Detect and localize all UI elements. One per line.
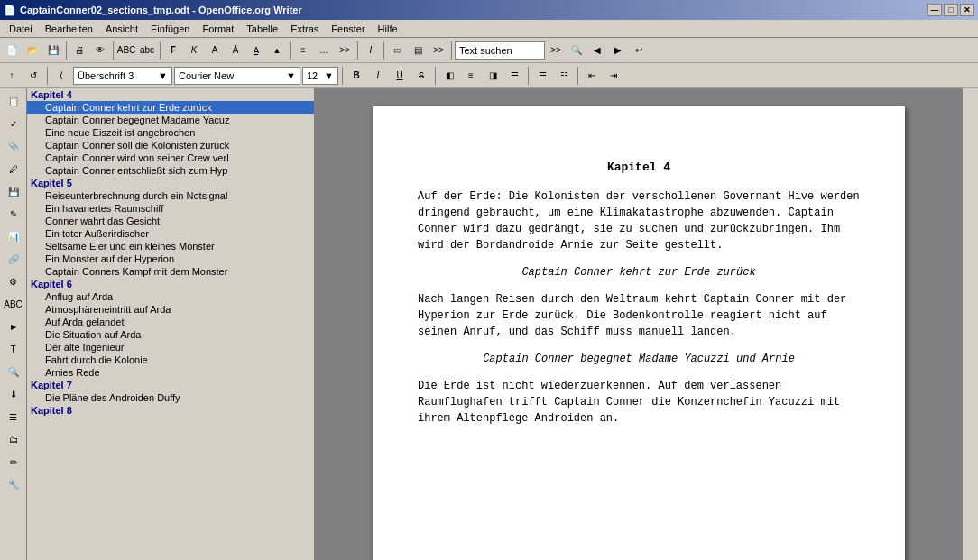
italic-i[interactable]: I [368,66,388,86]
sidebar-btn-8[interactable]: 🔗 [3,248,24,270]
document-area[interactable]: Kapitel 4 Auf der Erde: Die Kolonisten d… [316,88,962,560]
align-button[interactable]: ≡ [293,41,313,60]
indent-left[interactable]: ⇤ [582,66,602,86]
save-button[interactable]: 💾 [43,41,63,60]
sidebar-btn-2[interactable]: ✓ [3,113,24,134]
italic-button[interactable]: K [184,41,204,60]
font-selector[interactable]: Courier New ▼ [174,67,300,85]
title-bar-controls[interactable]: — □ ✕ [927,4,974,16]
underline-u[interactable]: U [390,66,410,86]
spellcheck-button[interactable]: ABC [116,41,136,60]
nav-item-6-5[interactable]: Fahrt durch die Kolonie [27,353,314,366]
sidebar-btn-4[interactable]: 🖊 [3,158,24,179]
char-format-button[interactable]: A [205,41,225,60]
align-left[interactable]: ◧ [439,66,459,86]
nav-item-6-6[interactable]: Arnies Rede [27,366,314,379]
nav-item-7-0[interactable]: Die Pläne des Androiden Duffy [27,391,314,404]
size-selector[interactable]: 12 ▼ [302,67,338,85]
sidebar-btn-17[interactable]: 🔧 [3,473,24,495]
nav-item-6-1[interactable]: Atmosphäreneintritt auf Arda [27,303,314,316]
numlist-btn[interactable]: ☷ [554,66,574,86]
highlight-button[interactable]: ▲ [267,41,287,60]
nav-item-4-2[interactable]: Eine neue Eiszeit ist angebrochen [27,126,314,139]
expand-button[interactable]: >> [335,41,355,60]
justify[interactable]: ☰ [504,66,524,86]
sidebar-expand[interactable]: ▶ [3,316,24,337]
find-button[interactable]: 🔍 [567,41,586,60]
style-selector[interactable]: Überschrift 3 ▼ [73,67,172,85]
nav-item-6-3[interactable]: Die Situation auf Arda [27,328,314,341]
menu-datei[interactable]: Datei [4,21,38,37]
new-button[interactable]: 📄 [2,41,22,60]
style-dropdown-icon[interactable]: ▼ [158,70,168,81]
style-expand-button[interactable]: ↑ [2,66,22,86]
sidebar-btn-3[interactable]: 📎 [3,135,24,157]
sidebar-btn-12[interactable]: 🔍 [3,361,24,382]
sidebar-btn-16[interactable]: ✏ [3,451,24,473]
menu-extras[interactable]: Extras [285,21,324,37]
nav-item-5-1[interactable]: Ein havariertes Raumschiff [27,202,314,215]
nav-button[interactable]: ◀ [587,41,607,60]
nav-item-4-4[interactable]: Captain Conner wird von seiner Crew verl [27,151,314,164]
align-right[interactable]: ◨ [483,66,503,86]
menu-hilfe[interactable]: Hilfe [373,21,403,37]
close-button[interactable]: ✕ [960,4,974,16]
nav-item-4-5[interactable]: Captain Conner entschließt sich zum Hyp [27,164,314,177]
sidebar-btn-1[interactable]: 📋 [3,90,24,112]
nav-chapter-8[interactable]: Kapitel 8 [27,404,314,417]
nav-chapter-4[interactable]: Kapitel 4 [27,88,314,101]
menu-fenster[interactable]: Fenster [326,21,370,37]
sidebar-btn-9[interactable]: ⚙ [3,271,24,292]
nav2-button[interactable]: ▶ [608,41,628,60]
refresh-button[interactable]: ↺ [23,66,43,86]
size-dropdown-icon[interactable]: ▼ [324,70,334,81]
search-field[interactable]: Text suchen [455,41,545,60]
maximize-button[interactable]: □ [944,4,958,16]
menu-tabelle[interactable]: Tabelle [241,21,283,37]
bold-button[interactable]: F [163,41,183,60]
border-button[interactable]: ▭ [387,41,407,60]
sidebar-btn-5[interactable]: 💾 [3,180,24,202]
align-center[interactable]: ≡ [461,66,481,86]
sidebar-btn-14[interactable]: ☰ [3,406,24,427]
sidebar-btn-15[interactable]: 🗂 [3,428,24,450]
nav-item-4-3[interactable]: Captain Conner soll die Kolonisten zurüc… [27,139,314,151]
font-color-button[interactable]: A̲ [246,41,266,60]
shade-button[interactable]: ▤ [408,41,428,60]
menu-bearbeiten[interactable]: Bearbeiten [40,21,98,37]
nav-chapter-7[interactable]: Kapitel 7 [27,379,314,391]
font-dropdown-icon[interactable]: ▼ [286,70,296,81]
nav-item-6-2[interactable]: Auf Arda gelandet [27,316,314,328]
nav-item-5-3[interactable]: Ein toter Außerirdischer [27,227,314,240]
sidebar-btn-6[interactable]: ✎ [3,203,24,225]
nav-item-5-0[interactable]: Reiseunterbrechnung durch ein Notsignal [27,189,314,202]
open-button[interactable]: 📂 [23,41,42,60]
minimize-button[interactable]: — [927,4,942,16]
indent-right[interactable]: ⇥ [604,66,623,86]
sidebar-btn-11[interactable]: T [3,338,24,360]
nav-item-5-2[interactable]: Conner wahrt das Gesicht [27,215,314,227]
nav-item-6-0[interactable]: Anflug auf Arda [27,290,314,303]
nav-item-5-4[interactable]: Seltsame Eier und ein kleines Monster [27,240,314,252]
nav-item-6-4[interactable]: Der alte Ingenieur [27,341,314,353]
autocorrect-button[interactable]: abc [137,41,157,60]
search-expand-button[interactable]: >> [546,41,566,60]
menu-einfuegen[interactable]: Einfügen [145,21,195,37]
sidebar-btn-13[interactable]: ⬇ [3,383,24,405]
sidebar-btn-10[interactable]: ABC [3,293,24,315]
dots-button[interactable]: … [314,41,334,60]
list-btn[interactable]: ☰ [532,66,552,86]
nav-item-5-6[interactable]: Captain Conners Kampf mit dem Monster [27,265,314,278]
print-button[interactable]: 🖨 [69,41,89,60]
menu-format[interactable]: Format [197,21,239,37]
prev-page-button[interactable]: ⟨ [51,66,71,86]
preview-button[interactable]: 👁 [90,41,110,60]
char-format2-button[interactable]: Ā [226,41,245,60]
italic2-button[interactable]: I [361,41,381,60]
nav-chapter-6[interactable]: Kapitel 6 [27,278,314,290]
shadow-btn[interactable]: S̶ [411,66,431,86]
more-button[interactable]: >> [429,41,448,60]
undo-button[interactable]: ↩ [629,41,649,60]
nav-item-5-5[interactable]: Ein Monster auf der Hyperion [27,252,314,265]
sidebar-btn-7[interactable]: 📊 [3,225,24,247]
